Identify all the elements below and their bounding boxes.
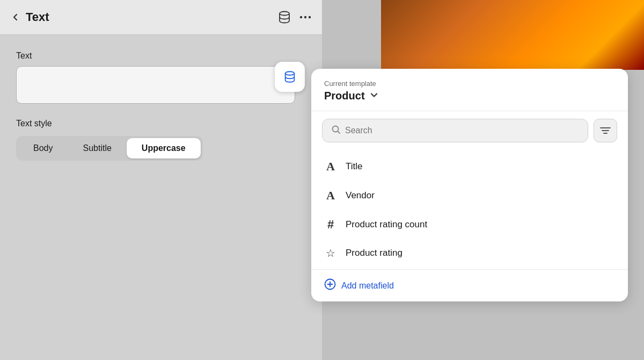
list-item[interactable]: # Product rating count xyxy=(311,210,628,239)
rating-item-text: Product rating xyxy=(346,248,402,258)
search-icon xyxy=(331,125,341,136)
back-button[interactable] xyxy=(11,12,20,22)
db-float-button[interactable] xyxy=(275,62,305,92)
chevron-down-icon xyxy=(369,90,379,102)
rating-count-item-text: Product rating count xyxy=(346,219,427,230)
database-icon[interactable] xyxy=(277,10,292,25)
search-input[interactable] xyxy=(345,126,579,135)
page-title: Text xyxy=(26,10,49,24)
star-icon: ☆ xyxy=(324,247,337,260)
text-input-box[interactable] xyxy=(16,66,295,104)
text-style-label: Text style xyxy=(16,119,306,128)
left-header: Text xyxy=(0,0,322,35)
list-item[interactable]: A Title xyxy=(311,152,628,181)
add-metafield-button[interactable]: Add metafield xyxy=(311,269,628,301)
dropdown-header: Current template Product xyxy=(311,69,628,111)
uppercase-style-button[interactable]: Uppercase xyxy=(127,138,201,159)
title-font-icon: A xyxy=(324,160,337,174)
dropdown-panel: Current template Product xyxy=(311,69,628,301)
svg-point-1 xyxy=(300,16,302,18)
header-left: Text xyxy=(11,10,49,24)
hash-icon: # xyxy=(324,218,337,232)
style-button-group: Body Subtitle Uppercase xyxy=(16,136,203,161)
search-box[interactable] xyxy=(322,119,588,142)
svg-point-2 xyxy=(304,16,306,18)
body-style-button[interactable]: Body xyxy=(18,138,68,159)
preview-image xyxy=(381,0,644,70)
list-item[interactable]: A Vendor xyxy=(311,181,628,210)
template-name-button[interactable]: Product xyxy=(324,90,615,102)
add-metafield-label: Add metafield xyxy=(341,281,394,291)
vendor-font-icon: A xyxy=(324,189,337,203)
left-panel: Text Text Text style xyxy=(0,0,322,360)
filter-button[interactable] xyxy=(594,119,617,142)
vendor-item-text: Vendor xyxy=(346,190,375,201)
left-content: Text Text style Body Subtitle Uppercase xyxy=(0,35,322,177)
svg-point-5 xyxy=(333,126,339,132)
search-row xyxy=(311,111,628,150)
list-item[interactable]: ☆ Product rating xyxy=(311,239,628,267)
title-item-text: Title xyxy=(346,161,363,172)
svg-point-4 xyxy=(286,71,295,75)
text-field-label: Text xyxy=(16,51,306,61)
menu-list: A Title A Vendor # Product rating count … xyxy=(311,150,628,269)
svg-point-3 xyxy=(309,16,311,18)
header-icons xyxy=(277,10,311,25)
svg-point-0 xyxy=(280,12,289,16)
add-metafield-icon xyxy=(324,278,336,293)
template-name-text: Product xyxy=(324,90,365,102)
more-options-icon[interactable] xyxy=(299,16,311,19)
current-template-label: Current template xyxy=(324,80,615,88)
subtitle-style-button[interactable]: Subtitle xyxy=(68,138,126,159)
